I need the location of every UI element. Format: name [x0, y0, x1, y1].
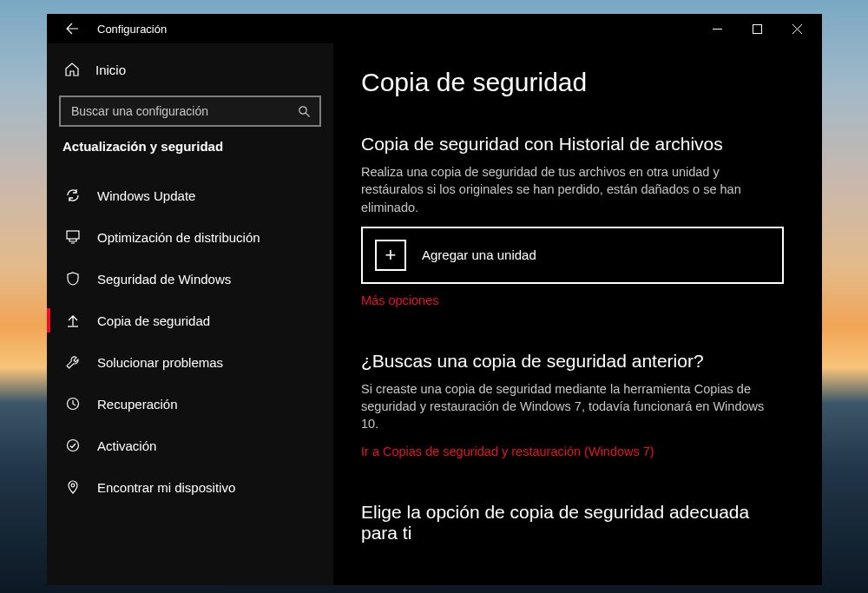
section-title: Elige la opción de copia de seguridad ad… — [361, 502, 784, 544]
titlebar: Configuración — [47, 14, 822, 43]
plus-icon: + — [375, 240, 406, 271]
section-title: ¿Buscas una copia de seguridad anterior? — [361, 351, 784, 372]
sidebar-item-find-my-device[interactable]: Encontrar mi dispositivo — [47, 466, 333, 508]
maximize-button[interactable] — [737, 16, 777, 42]
delivery-icon — [64, 229, 82, 245]
sidebar-item-label: Seguridad de Windows — [97, 272, 231, 287]
sidebar-item-windows-security[interactable]: Seguridad de Windows — [47, 258, 333, 300]
sidebar-item-label: Windows Update — [97, 188, 195, 203]
search-input[interactable]: Buscar una configuración — [59, 96, 321, 127]
window-title: Configuración — [85, 23, 167, 36]
sidebar-home[interactable]: Inicio — [47, 50, 333, 89]
page-heading: Copia de seguridad — [361, 68, 784, 97]
sidebar-item-windows-update[interactable]: Windows Update — [47, 175, 333, 216]
svg-point-5 — [71, 484, 75, 487]
shield-icon — [64, 271, 82, 287]
section-file-history: Copia de seguridad con Historial de arch… — [361, 134, 784, 332]
backup-icon — [64, 313, 82, 328]
win7-backup-link[interactable]: Ir a Copias de seguridad y restauración … — [361, 445, 654, 458]
settings-window: Configuración Inicio Buscar una — [47, 14, 822, 585]
sidebar-item-label: Activación — [97, 438, 156, 453]
home-icon — [64, 62, 80, 77]
activation-icon — [64, 438, 82, 453]
minimize-button[interactable] — [697, 16, 737, 42]
sidebar-item-label: Copia de seguridad — [97, 313, 210, 328]
sidebar-item-activation[interactable]: Activación — [47, 425, 333, 466]
add-drive-button[interactable]: + Agregar una unidad — [361, 227, 784, 284]
sidebar-item-backup[interactable]: Copia de seguridad — [47, 300, 333, 341]
sidebar-item-label: Solucionar problemas — [97, 355, 223, 370]
arrow-left-icon — [65, 22, 79, 36]
svg-rect-0 — [753, 24, 761, 33]
sidebar: Inicio Buscar una configuración Actualiz… — [47, 43, 333, 585]
maximize-icon — [753, 24, 762, 34]
window-controls — [697, 16, 817, 42]
sidebar-nav: Windows Update Optimización de distribuc… — [47, 175, 333, 585]
sidebar-home-label: Inicio — [95, 63, 126, 77]
section-title: Copia de seguridad con Historial de arch… — [361, 134, 784, 155]
search-wrap: Buscar una configuración — [59, 96, 321, 127]
back-button[interactable] — [59, 16, 85, 42]
sidebar-item-recovery[interactable]: Recuperación — [47, 383, 333, 425]
main-pane: Copia de seguridad Copia de seguridad co… — [333, 43, 822, 585]
minimize-icon — [713, 24, 722, 34]
svg-point-1 — [299, 106, 306, 113]
add-drive-label: Agregar una unidad — [422, 247, 536, 262]
search-icon — [298, 105, 311, 118]
close-icon — [792, 24, 802, 34]
sidebar-item-label: Encontrar mi dispositivo — [97, 480, 235, 495]
sidebar-item-label: Optimización de distribución — [97, 230, 260, 245]
findmydevice-icon — [64, 479, 82, 495]
content-area: Inicio Buscar una configuración Actualiz… — [47, 43, 822, 585]
more-options-link[interactable]: Más opciones — [361, 293, 438, 307]
recovery-icon — [64, 396, 82, 412]
sync-icon — [64, 188, 82, 203]
svg-point-4 — [68, 440, 79, 451]
section-old-backup: ¿Buscas una copia de seguridad anterior?… — [361, 351, 784, 483]
close-button[interactable] — [777, 16, 817, 42]
svg-rect-2 — [67, 231, 79, 239]
troubleshoot-icon — [64, 354, 82, 370]
section-choose-option: Elige la opción de copia de seguridad ad… — [361, 502, 784, 544]
sidebar-item-troubleshoot[interactable]: Solucionar problemas — [47, 341, 333, 383]
sidebar-item-delivery-optimization[interactable]: Optimización de distribución — [47, 216, 333, 258]
sidebar-item-label: Recuperación — [97, 397, 178, 412]
search-placeholder: Buscar una configuración — [71, 104, 298, 118]
sidebar-category: Actualización y seguridad — [47, 139, 333, 159]
section-desc: Si creaste una copia de seguridad median… — [361, 380, 784, 433]
section-desc: Realiza una copia de seguridad de tus ar… — [361, 163, 784, 216]
